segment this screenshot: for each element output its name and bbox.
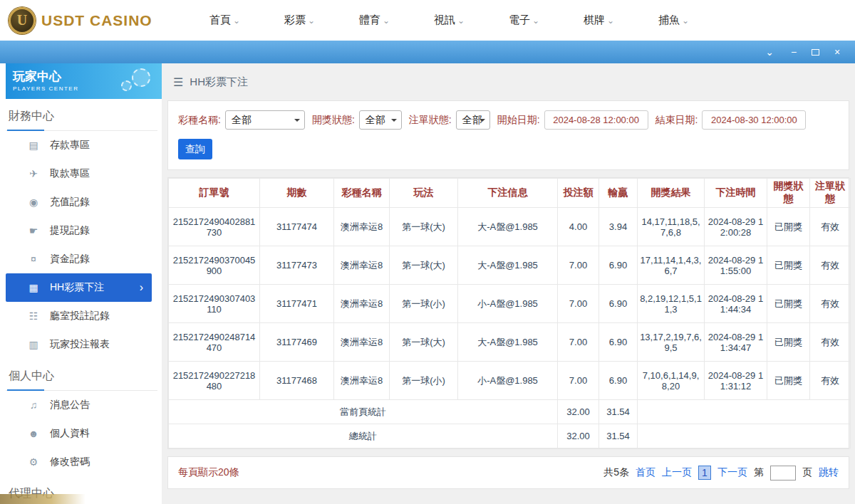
brand-name: USDT CASINO bbox=[41, 12, 152, 29]
nav-item-fishing[interactable]: 捕魚⌄ bbox=[636, 14, 711, 27]
chevron-down-icon bbox=[391, 119, 397, 125]
sidebar-item-announcements[interactable]: ♫ 消息公告 bbox=[6, 391, 162, 419]
sidebar-item-funds-record[interactable]: ¤ 資金記錄 bbox=[6, 245, 162, 273]
selected-value: 全部 bbox=[366, 114, 385, 127]
col-period: 期數 bbox=[260, 179, 334, 208]
end-date-label: 結束日期: bbox=[656, 114, 698, 127]
table-row: 2152172490227218480 31177468 澳洲幸运8 第一球(小… bbox=[169, 362, 851, 400]
play-type-cell: 第一球(大) bbox=[390, 323, 458, 362]
draw-status-label: 開獎狀態: bbox=[312, 114, 355, 127]
brand-logo: U USDT CASINO bbox=[0, 7, 167, 34]
col-draw-result: 開獎結果 bbox=[638, 179, 705, 208]
sidebar-item-label: 玩家投注報表 bbox=[50, 338, 110, 351]
lottery-name-select[interactable]: 全部 bbox=[225, 110, 305, 130]
sidebar-item-label: 取款專區 bbox=[50, 167, 90, 180]
filter-panel: 彩種名稱: 全部 開獎狀態: 全部 注單狀態: 全部 bbox=[167, 100, 849, 170]
win-loss-cell: 6.90 bbox=[599, 285, 638, 323]
funds-record-icon: ¤ bbox=[27, 253, 40, 265]
end-date-input[interactable] bbox=[702, 110, 806, 130]
sidebar-item-withdraw-record[interactable]: ☛ 提現記錄 bbox=[6, 216, 162, 245]
next-page-link[interactable]: 下一页 bbox=[717, 466, 747, 479]
sidebar-background-decoration bbox=[0, 494, 86, 504]
order-id-cell: 2152172490248714470 bbox=[169, 323, 260, 362]
nav-item-sports[interactable]: 體育⌄ bbox=[337, 14, 412, 27]
period-cell: 31177474 bbox=[260, 208, 334, 246]
nav-label: 體育 bbox=[359, 14, 380, 26]
per-page-label: 每頁顯示20條 bbox=[178, 466, 239, 479]
play-type-cell: 第一球(大) bbox=[390, 246, 458, 285]
sidebar-item-label: HH彩票下注 bbox=[50, 281, 104, 294]
sidebar-item-change-password[interactable]: ⚙ 修改密碼 bbox=[6, 448, 162, 476]
player-bet-report-icon: ▥ bbox=[27, 339, 40, 350]
draw-result-cell: 14,17,11,18,5,7,6,8 bbox=[638, 208, 705, 246]
prev-page-link[interactable]: 上一页 bbox=[662, 466, 692, 479]
col-order-id: 訂單號 bbox=[169, 179, 260, 208]
bet-info-cell: 小-A盤@1.985 bbox=[458, 362, 558, 400]
sidebar-item-room-bet-record[interactable]: ☷ 廳室投註記錄 bbox=[6, 302, 162, 330]
order-status-cell: 有效 bbox=[810, 323, 851, 362]
table-header-row: 訂單號 期數 彩種名稱 玩法 下注信息 投注額 輸贏 開獎結果 下注時間 開獎狀… bbox=[169, 179, 851, 208]
period-cell: 31177471 bbox=[260, 285, 334, 323]
nav-item-lottery[interactable]: 彩票⌄ bbox=[262, 14, 337, 27]
query-button[interactable]: 查詢 bbox=[178, 139, 212, 159]
lottery-name-cell: 澳洲幸运8 bbox=[334, 285, 390, 323]
page-jump-input[interactable] bbox=[770, 466, 796, 481]
nav-item-home[interactable]: 首頁⌄ bbox=[187, 14, 262, 27]
start-date-label: 開始日期: bbox=[497, 114, 540, 127]
bet-amount-cell: 7.00 bbox=[558, 362, 599, 400]
sidebar-item-hh-lottery-bets[interactable]: ▦ HH彩票下注 › bbox=[6, 273, 152, 302]
chevron-down-icon: ⌄ bbox=[607, 16, 614, 26]
nav-item-cards[interactable]: 棋牌⌄ bbox=[561, 14, 636, 27]
first-page-link[interactable]: 首页 bbox=[636, 466, 656, 479]
sidebar-item-deposit[interactable]: ▤ 存款專區 bbox=[6, 131, 162, 159]
order-id-cell: 2152172490370045900 bbox=[169, 246, 260, 285]
minimize-icon[interactable]: − bbox=[787, 47, 800, 57]
grand-summary-row: 總統計 32.00 31.54 bbox=[169, 424, 851, 448]
table-row: 2152172490248714470 31177469 澳洲幸运8 第一球(大… bbox=[169, 323, 851, 362]
sidebar-item-profile[interactable]: ☻ 個人資料 bbox=[6, 419, 162, 448]
current-page-button[interactable]: 1 bbox=[698, 466, 711, 480]
nav-item-slots[interactable]: 電子⌄ bbox=[487, 14, 561, 27]
nav-label: 電子 bbox=[509, 14, 530, 26]
chevron-down-icon bbox=[480, 119, 485, 125]
start-date-input[interactable] bbox=[544, 110, 648, 130]
sidebar: 玩家中心 PLAYERS CENTER 財務中心 ▤ 存款專區 ✈ 取款專區 ◉… bbox=[0, 63, 162, 504]
draw-status-cell: 已開獎 bbox=[767, 208, 810, 246]
sidebar-item-withdraw[interactable]: ✈ 取款專區 bbox=[6, 159, 162, 188]
draw-status-cell: 已開獎 bbox=[767, 323, 810, 362]
maximize-icon[interactable] bbox=[812, 49, 819, 56]
sidebar-item-label: 存款專區 bbox=[50, 139, 90, 152]
play-type-cell: 第一球(小) bbox=[390, 285, 458, 323]
bets-table: 訂單號 期數 彩種名稱 玩法 下注信息 投注額 輸贏 開獎結果 下注時間 開獎狀… bbox=[168, 178, 851, 448]
order-status-cell: 有效 bbox=[810, 246, 851, 285]
lottery-bets-icon: ▦ bbox=[27, 282, 40, 293]
sidebar-item-label: 消息公告 bbox=[50, 399, 90, 411]
page-summary-row: 當前頁統計 32.00 31.54 bbox=[169, 400, 851, 424]
chevron-down-icon: ⌄ bbox=[457, 16, 465, 26]
usdt-casino-logo-icon: U bbox=[9, 7, 36, 34]
draw-status-select[interactable]: 全部 bbox=[359, 110, 402, 130]
col-bet-info: 下注信息 bbox=[458, 179, 558, 208]
lottery-name-label: 彩種名稱: bbox=[178, 114, 221, 127]
period-cell: 31177473 bbox=[260, 246, 334, 285]
sidebar-item-recharge-record[interactable]: ◉ 充值記錄 bbox=[6, 188, 162, 216]
page-suffix-label: 页 bbox=[802, 466, 812, 479]
sidebar-item-label: 資金記錄 bbox=[50, 253, 90, 266]
close-icon[interactable]: × bbox=[831, 47, 844, 57]
pagination-bar: 每頁顯示20條 共5条 首页 上一页 1 下一页 第 页 跳转 bbox=[167, 456, 849, 489]
bet-time-cell: 2024-08-29 11:44:34 bbox=[705, 285, 767, 323]
selected-value: 全部 bbox=[232, 114, 252, 127]
bets-table-card: 訂單號 期數 彩種名稱 玩法 下注信息 投注額 輸贏 開獎結果 下注時間 開獎狀… bbox=[167, 177, 849, 449]
bet-time-cell: 2024-08-29 11:31:12 bbox=[705, 362, 767, 400]
nav-label: 棋牌 bbox=[584, 14, 605, 26]
order-status-cell: 有效 bbox=[810, 285, 851, 323]
sidebar-item-label: 廳室投註記錄 bbox=[50, 310, 110, 322]
hamburger-menu-icon[interactable]: ☰ bbox=[173, 75, 183, 89]
collapse-icon[interactable]: ⌄ bbox=[763, 47, 776, 57]
order-status-select[interactable]: 全部 bbox=[456, 110, 490, 130]
nav-item-live[interactable]: 視訊⌄ bbox=[412, 14, 487, 27]
withdraw-record-icon: ☛ bbox=[27, 225, 40, 236]
table-row: 2152172490370045900 31177473 澳洲幸运8 第一球(大… bbox=[169, 246, 851, 285]
sidebar-item-player-bet-report[interactable]: ▥ 玩家投注報表 bbox=[6, 330, 162, 359]
jump-link[interactable]: 跳转 bbox=[819, 466, 839, 479]
